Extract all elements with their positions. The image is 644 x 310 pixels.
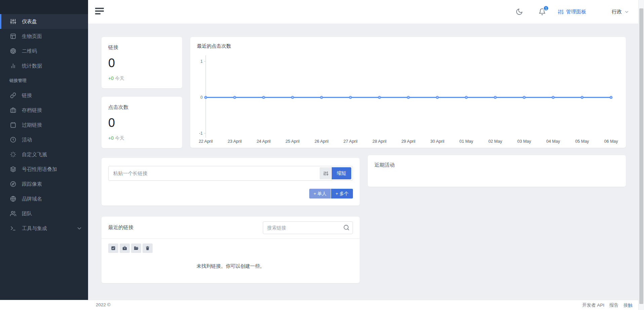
check-square-icon bbox=[111, 246, 116, 251]
notifications-button[interactable]: 1 bbox=[538, 8, 546, 15]
sidebar: 仪表盘生物页面二维码统计数据链接管理链接存档链接过期链接活动自定义飞溅号召性用语… bbox=[0, 0, 88, 300]
add-multiple-button[interactable]: + 多个 bbox=[331, 189, 353, 198]
stat-value: 0 bbox=[108, 56, 175, 70]
recent-links-title: 最近的链接 bbox=[108, 224, 133, 231]
sidebar-item-label: 自定义飞溅 bbox=[22, 151, 47, 158]
layers-icon bbox=[10, 166, 16, 172]
footer-link-contact[interactable]: 接触 bbox=[623, 302, 633, 308]
stat-label: 点击次数 bbox=[108, 104, 175, 110]
svg-text:24 April: 24 April bbox=[256, 139, 271, 144]
recent-activity-card: 近期活动 bbox=[368, 155, 626, 187]
sidebar-item-custom-splash[interactable]: 自定义飞溅 bbox=[0, 147, 88, 162]
sidebar-item-dashboard[interactable]: 仪表盘 bbox=[0, 14, 88, 29]
chevron-down-icon bbox=[76, 225, 82, 231]
admin-panel-label: 管理面板 bbox=[566, 9, 586, 15]
user-menu[interactable]: 行政 bbox=[612, 9, 629, 15]
aperture-icon bbox=[10, 48, 16, 54]
sidebar-item-label: 存档链接 bbox=[22, 107, 42, 114]
footer-link-developer-api[interactable]: 开发者 API bbox=[582, 302, 604, 308]
calendar-icon bbox=[10, 122, 16, 128]
main-content: 链接 0 +0今天 点击次数 0 +0今天 最近的点击次数 10-122 Apr… bbox=[88, 24, 644, 300]
recent-clicks-chart-card: 最近的点击次数 10-122 April23 April24 April25 A… bbox=[190, 37, 626, 148]
sidebar-item-label: 二维码 bbox=[22, 48, 37, 54]
select-all-button[interactable] bbox=[108, 243, 118, 253]
sidebar-item-cta-overlays[interactable]: 号召性用语叠加 bbox=[0, 162, 88, 177]
briefcase-icon bbox=[122, 246, 127, 251]
sidebar-section-link-management: 链接管理 bbox=[0, 73, 88, 88]
sliders-icon bbox=[10, 18, 16, 25]
sidebar-nav: 仪表盘生物页面二维码统计数据链接管理链接存档链接过期链接活动自定义飞溅号召性用语… bbox=[0, 14, 88, 236]
globe-icon bbox=[10, 196, 16, 202]
topbar: 1 管理面板 行政 bbox=[88, 0, 644, 24]
sidebar-item-tools-integrations[interactable]: 工具与集成 bbox=[0, 221, 88, 236]
svg-text:22 April: 22 April bbox=[199, 139, 213, 144]
sidebar-item-links[interactable]: 链接 bbox=[0, 88, 88, 103]
sidebar-item-campaigns[interactable]: 活动 bbox=[0, 132, 88, 147]
svg-text:1: 1 bbox=[200, 59, 203, 64]
folder-button[interactable] bbox=[131, 243, 141, 253]
sidebar-item-expired-links[interactable]: 过期链接 bbox=[0, 118, 88, 132]
footer-link-report[interactable]: 报告 bbox=[609, 302, 618, 308]
svg-text:-1: -1 bbox=[199, 131, 203, 136]
sidebar-item-label: 团队 bbox=[22, 211, 32, 217]
link-icon bbox=[10, 92, 16, 98]
footer-links: 开发者 API 报告 接触 bbox=[582, 302, 633, 308]
archive-button[interactable] bbox=[120, 243, 130, 253]
sidebar-item-label: 工具与集成 bbox=[22, 225, 47, 232]
sliders-icon bbox=[558, 9, 564, 15]
page-scrollbar[interactable] bbox=[638, 0, 644, 310]
sidebar-item-bio-pages[interactable]: 生物页面 bbox=[0, 29, 88, 44]
sidebar-item-label: 生物页面 bbox=[22, 33, 42, 40]
layout-icon bbox=[10, 33, 16, 39]
svg-text:05 May: 05 May bbox=[575, 139, 589, 144]
sidebar-item-label: 过期链接 bbox=[22, 122, 42, 128]
dark-mode-moon-icon[interactable] bbox=[516, 8, 523, 15]
svg-text:03 May: 03 May bbox=[517, 139, 531, 144]
notification-badge: 1 bbox=[543, 5, 549, 11]
add-single-button[interactable]: + 单人 bbox=[309, 189, 331, 198]
svg-text:30 April: 30 April bbox=[430, 139, 444, 144]
sliders-icon bbox=[323, 171, 328, 176]
long-url-input[interactable] bbox=[108, 166, 353, 181]
svg-text:01 May: 01 May bbox=[459, 139, 474, 144]
sidebar-item-label: 仪表盘 bbox=[22, 18, 37, 25]
sidebar-item-label: 号召性用语叠加 bbox=[22, 166, 57, 173]
sidebar-item-tracking-pixels[interactable]: 跟踪像素 bbox=[0, 177, 88, 191]
scrollbar-thumb[interactable] bbox=[639, 8, 643, 304]
url-input-group: 缩短 bbox=[108, 166, 353, 181]
compass-icon bbox=[10, 181, 16, 187]
user-menu-label: 行政 bbox=[612, 9, 622, 15]
admin-panel-link[interactable]: 管理面板 bbox=[558, 9, 586, 15]
svg-text:26 April: 26 April bbox=[315, 139, 329, 144]
links-empty-state: 未找到链接。你可以创建一些。 bbox=[102, 263, 360, 269]
svg-text:25 April: 25 April bbox=[286, 139, 300, 144]
sidebar-item-label: 活动 bbox=[22, 137, 32, 143]
hamburger-menu-icon[interactable] bbox=[95, 8, 105, 16]
svg-text:29 April: 29 April bbox=[401, 139, 415, 144]
stat-value: 0 bbox=[108, 116, 175, 130]
delete-button[interactable] bbox=[143, 243, 153, 253]
sidebar-item-label: 统计数据 bbox=[22, 63, 42, 69]
sidebar-item-archived-links[interactable]: 存档链接 bbox=[0, 103, 88, 118]
search-links-input[interactable] bbox=[263, 221, 353, 234]
sidebar-item-branded-domains[interactable]: 品牌域名 bbox=[0, 191, 88, 206]
stat-delta: +0今天 bbox=[108, 135, 175, 141]
clock-icon bbox=[10, 137, 16, 143]
sidebar-item-teams[interactable]: 团队 bbox=[0, 206, 88, 221]
shorten-button[interactable]: 缩短 bbox=[332, 167, 351, 179]
sidebar-item-label: 链接 bbox=[22, 92, 32, 99]
stat-label: 链接 bbox=[108, 44, 175, 51]
links-stat-card: 链接 0 +0今天 bbox=[102, 37, 182, 88]
folder-icon bbox=[134, 246, 138, 251]
footer: 2022 © 开发者 API 报告 接触 bbox=[0, 300, 644, 310]
terminal-icon bbox=[10, 225, 16, 231]
svg-text:23 April: 23 April bbox=[228, 139, 242, 144]
sidebar-item-qr-codes[interactable]: 二维码 bbox=[0, 44, 88, 58]
svg-text:27 April: 27 April bbox=[344, 139, 358, 144]
sidebar-logo-area bbox=[0, 0, 88, 14]
clicks-stat-card: 点击次数 0 +0今天 bbox=[102, 97, 182, 148]
sidebar-item-statistics[interactable]: 统计数据 bbox=[0, 58, 88, 73]
links-toolbar bbox=[108, 243, 153, 253]
svg-text:02 May: 02 May bbox=[488, 139, 502, 144]
shorten-options-button[interactable] bbox=[320, 167, 332, 179]
